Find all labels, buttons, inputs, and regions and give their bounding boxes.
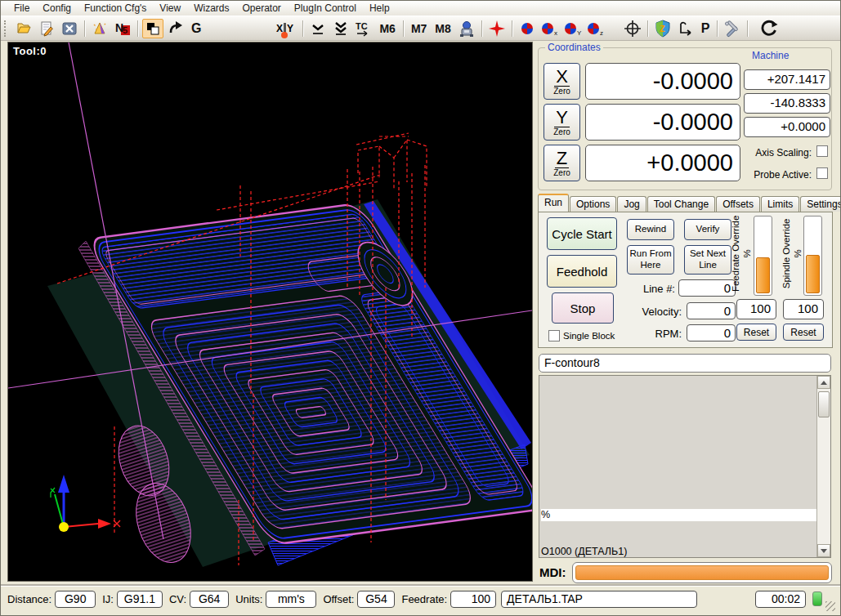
resize-grip[interactable] <box>825 601 835 611</box>
axis-scaling-checkbox[interactable] <box>816 145 828 157</box>
refresh-icon[interactable] <box>759 19 781 38</box>
x-zero-button[interactable]: X Zero <box>544 63 580 100</box>
tab-options[interactable]: Options <box>570 196 616 212</box>
tab-tool-change[interactable]: Tool Change <box>647 196 715 212</box>
gcode-list[interactable]: % O1000 (ДЕТАЛЬ1) (Postprocessor modifie… <box>539 375 831 558</box>
display-toggle-icon[interactable] <box>142 19 163 38</box>
probe-active-checkbox[interactable] <box>816 167 828 179</box>
z-down-fast-icon[interactable] <box>330 19 351 38</box>
y-zero-button[interactable]: Y Zero <box>544 104 580 141</box>
distance-mode-indicator[interactable]: G90 <box>55 591 96 608</box>
nightv-logo-icon[interactable]: 5N <box>112 19 133 38</box>
menu-help[interactable]: Help <box>363 1 396 16</box>
control-panel: Coordinates Machine X Zero -0.0000 Y Zer… <box>536 42 839 582</box>
toolpath-canvas <box>8 42 532 581</box>
menu-function-cfgs[interactable]: Function Cfg's <box>78 1 153 16</box>
velocity-field[interactable]: 0 <box>687 302 736 319</box>
ref-x-icon[interactable]: x <box>539 19 561 38</box>
tab-settings[interactable]: Settings <box>800 196 841 212</box>
feedrate-label: Feedrate: <box>401 593 447 605</box>
ref-y-icon[interactable]: Y <box>562 19 584 38</box>
status-bar: Distance: G90 IJ: G91.1 CV: G64 Units: m… <box>1 586 841 611</box>
scrollbar-thumb[interactable] <box>818 391 830 417</box>
zero-label: Zero <box>553 168 570 177</box>
toolbar-grip[interactable] <box>4 20 9 37</box>
gcode-lines[interactable]: % O1000 (ДЕТАЛЬ1) (Postprocessor modifie… <box>539 376 816 557</box>
goto-xy-zero-icon[interactable]: XY <box>271 19 298 38</box>
feedrate-override-value[interactable]: 100 <box>736 299 776 319</box>
z-down-icon[interactable] <box>307 19 329 38</box>
toolpath-viewport[interactable]: Tool:0 <box>7 42 533 582</box>
gcode-blank-area <box>541 400 816 484</box>
m6-icon[interactable]: M6 <box>376 19 398 38</box>
svg-text:z: z <box>600 29 603 37</box>
gcode-g-icon[interactable]: G <box>188 19 204 38</box>
line-number-field[interactable]: 0 <box>678 279 736 297</box>
triangle-up-icon <box>821 381 827 385</box>
m7-icon[interactable]: M7 <box>408 19 430 38</box>
x-dro[interactable]: -0.0000 <box>585 63 740 100</box>
goto-origin-icon[interactable] <box>622 19 643 38</box>
feedrate-reset-button[interactable]: Reset <box>736 324 776 341</box>
machine-coords-icon[interactable] <box>675 19 696 38</box>
stop-button[interactable]: Stop <box>552 292 614 324</box>
spindle-reset-button[interactable]: Reset <box>783 324 824 341</box>
scroll-up-button[interactable] <box>817 376 830 389</box>
close-file-icon[interactable] <box>59 19 80 38</box>
gcode-line-current[interactable]: % <box>541 509 816 521</box>
menu-plugin-control[interactable]: PlugIn Control <box>288 1 363 16</box>
spindle-override-slider[interactable] <box>803 216 822 296</box>
ij-mode-indicator[interactable]: G91.1 <box>117 591 163 608</box>
run-from-here-button[interactable]: Run From Here <box>627 245 674 275</box>
coolant-robot-icon[interactable] <box>456 19 477 38</box>
tab-offsets[interactable]: Offsets <box>716 196 760 212</box>
tool-change-icon[interactable]: TC <box>353 19 374 38</box>
feedrate-indicator[interactable]: 100 <box>450 591 496 608</box>
spindle-override-fill <box>806 255 820 293</box>
menu-config[interactable]: Config <box>36 1 78 16</box>
tab-limits[interactable]: Limits <box>761 196 799 212</box>
park-icon[interactable]: P <box>698 19 714 38</box>
open-file-icon[interactable] <box>13 19 34 38</box>
tab-jog[interactable]: Jog <box>617 196 646 212</box>
m8-icon[interactable]: M8 <box>432 19 454 38</box>
scroll-down-button[interactable] <box>817 544 830 557</box>
ref-z-icon[interactable]: z <box>585 19 606 38</box>
offset-indicator[interactable]: G54 <box>357 591 395 608</box>
menu-view[interactable]: View <box>153 1 187 16</box>
program-name-field[interactable]: F-contour8 <box>539 354 831 373</box>
rewind-button[interactable]: Rewind <box>627 219 674 240</box>
cycle-start-button[interactable]: Cycle Start <box>547 217 617 250</box>
units-indicator[interactable]: mm's <box>266 591 316 608</box>
y-dro[interactable]: -0.0000 <box>585 104 740 141</box>
cv-mode-indicator[interactable]: G64 <box>190 591 229 608</box>
feedrate-override-slider[interactable] <box>754 216 772 296</box>
coordinates-group-label: Coordinates <box>545 42 603 53</box>
single-block-checkbox[interactable] <box>548 330 560 341</box>
emergency-cross-icon[interactable] <box>486 19 508 38</box>
menu-operator[interactable]: Operator <box>236 1 288 16</box>
z-zero-button[interactable]: Z Zero <box>544 145 580 181</box>
wizards-icon[interactable] <box>89 19 110 38</box>
safe-z-shield-icon[interactable]: Z <box>652 19 673 38</box>
rpm-field[interactable]: 0 <box>687 324 736 341</box>
gcode-line[interactable]: O1000 (ДЕТАЛЬ1) <box>541 546 816 557</box>
feedhold-button[interactable]: Feedhold <box>547 255 617 288</box>
verify-button[interactable]: Verify <box>684 219 731 240</box>
set-next-line-button[interactable]: Set Next Line <box>684 245 731 275</box>
menu-file[interactable]: File <box>7 1 36 16</box>
rpm-label: RPM: <box>635 328 682 340</box>
machine-label: Machine <box>749 50 791 61</box>
toolbar-separator <box>747 20 748 37</box>
regen-toolpath-icon[interactable] <box>165 19 186 38</box>
feedrate-override-fill <box>756 257 770 293</box>
menu-wizards[interactable]: Wizards <box>187 1 235 16</box>
spindle-override-value[interactable]: 100 <box>783 299 824 319</box>
ij-label: IJ: <box>102 593 114 605</box>
settings-tools-icon[interactable] <box>722 19 743 38</box>
tab-run[interactable]: Run <box>538 194 569 212</box>
gcode-scrollbar[interactable] <box>816 376 830 557</box>
edit-file-icon[interactable] <box>36 19 57 38</box>
mdi-input[interactable] <box>572 562 832 583</box>
ref-all-icon[interactable] <box>517 19 538 38</box>
